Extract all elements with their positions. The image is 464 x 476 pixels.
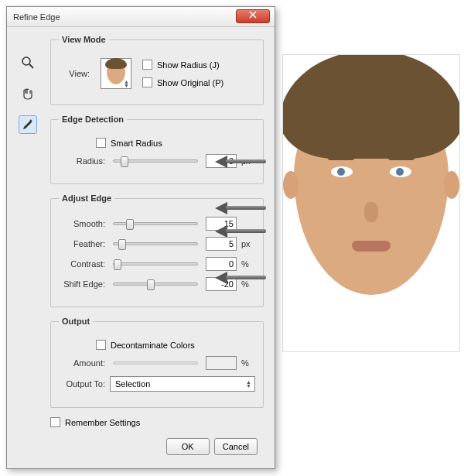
zoom-tool-icon[interactable]: [19, 53, 37, 72]
smart-radius-label: Smart Radius: [111, 139, 162, 148]
refine-edge-dialog: Refine Edge View Mode View:: [6, 6, 275, 469]
decontaminate-checkbox[interactable]: [96, 340, 106, 350]
shift-edge-label: Shift Edge:: [59, 279, 105, 289]
feather-label: Feather:: [59, 239, 105, 248]
cancel-button[interactable]: Cancel: [214, 438, 258, 455]
radius-slider[interactable]: [113, 159, 198, 163]
shift-edge-unit: %: [241, 279, 255, 289]
output-to-value: Selection: [115, 379, 150, 389]
show-radius-label: Show Radius (J): [157, 60, 220, 70]
dialog-title: Refine Edge: [13, 12, 268, 22]
contrast-label: Contrast:: [59, 259, 105, 269]
output-to-label: Output To:: [59, 379, 105, 389]
amount-unit: %: [241, 358, 255, 368]
output-group: Output Decontaminate Colors Amount: % Ou…: [50, 317, 264, 408]
edge-detection-legend: Edge Detection: [59, 115, 127, 124]
hand-tool-icon[interactable]: [19, 84, 37, 103]
svg-point-0: [22, 57, 30, 65]
output-legend: Output: [59, 317, 93, 326]
preview-face: [294, 94, 449, 295]
amount-label: Amount:: [59, 358, 105, 368]
view-mode-selector[interactable]: ▲▼: [101, 58, 131, 89]
smooth-label: Smooth:: [59, 219, 105, 228]
remember-settings-checkbox[interactable]: [50, 417, 60, 427]
show-radius-checkbox[interactable]: [142, 60, 152, 70]
adjust-edge-group: Adjust Edge Smooth: 15 Feather: 5 px Con…: [50, 193, 264, 307]
adjust-edge-legend: Adjust Edge: [59, 193, 114, 203]
shift-edge-slider[interactable]: [113, 283, 198, 286]
close-button[interactable]: [236, 9, 270, 23]
contrast-slider[interactable]: [113, 262, 198, 265]
view-label: View:: [59, 69, 90, 78]
amount-input: [206, 356, 237, 370]
shift-edge-input[interactable]: -20: [206, 277, 237, 291]
output-to-select[interactable]: Selection ▲▼: [110, 376, 255, 392]
show-original-checkbox[interactable]: [142, 77, 152, 87]
titlebar[interactable]: Refine Edge: [7, 7, 275, 27]
decontaminate-label: Decontaminate Colors: [111, 341, 195, 350]
feather-slider[interactable]: [113, 242, 198, 245]
chevron-updown-icon: ▲▼: [246, 380, 251, 388]
contrast-input[interactable]: 0: [206, 257, 237, 271]
close-icon: [249, 11, 257, 19]
ok-button[interactable]: OK: [166, 438, 210, 455]
view-mode-group: View Mode View: ▲▼ Show Radius (J): [50, 35, 264, 105]
svg-line-1: [29, 64, 33, 68]
radius-input[interactable]: 3: [206, 154, 237, 168]
smooth-input[interactable]: 15: [206, 217, 237, 231]
edge-detection-group: Edge Detection Smart Radius Radius: 3 px: [50, 115, 264, 184]
smooth-slider[interactable]: [113, 222, 198, 225]
amount-slider: [113, 361, 198, 365]
remember-settings-label: Remember Settings: [65, 418, 140, 427]
feather-unit: px: [241, 239, 255, 248]
preview-canvas: [282, 54, 460, 352]
contrast-unit: %: [241, 259, 255, 269]
view-mode-legend: View Mode: [59, 35, 109, 44]
feather-input[interactable]: 5: [206, 237, 237, 251]
refine-brush-tool-icon[interactable]: [19, 115, 37, 134]
show-original-label: Show Original (P): [157, 78, 223, 87]
radius-unit: px: [241, 156, 255, 166]
radius-label: Radius:: [59, 156, 105, 166]
smart-radius-checkbox[interactable]: [96, 138, 106, 148]
